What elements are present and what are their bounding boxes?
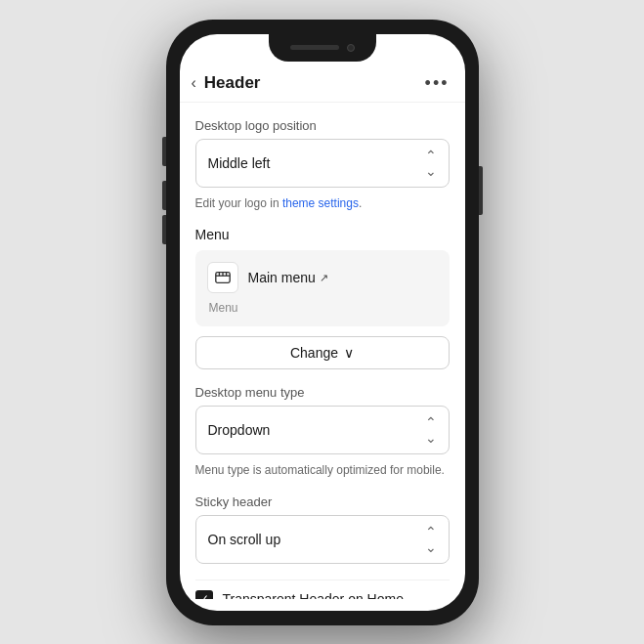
- desktop-menu-type-label: Desktop menu type: [195, 385, 450, 400]
- desktop-menu-type-section: Desktop menu type Dropdown ⌃⌄ Menu type …: [195, 385, 450, 479]
- desktop-menu-type-chevron-icon: ⌃⌄: [425, 414, 437, 446]
- sticky-header-section: Sticky header On scroll up ⌃⌄: [195, 494, 450, 564]
- menu-item-row: Main menu ↗: [207, 262, 438, 293]
- sticky-header-value: On scroll up: [208, 532, 281, 547]
- back-button[interactable]: ‹: [192, 74, 196, 92]
- speaker: [290, 45, 339, 50]
- phone-screen: ‹ Header ••• Desktop logo position Middl…: [180, 34, 465, 611]
- menu-section: Menu: [195, 227, 450, 369]
- desktop-menu-type-select[interactable]: Dropdown ⌃⌄: [195, 406, 450, 454]
- checkmark-icon: ✓: [199, 593, 209, 598]
- menu-label: Menu: [195, 227, 450, 242]
- change-button[interactable]: Change ∨: [195, 336, 450, 369]
- more-options-button[interactable]: •••: [425, 73, 450, 94]
- sticky-header-chevron-icon: ⌃⌄: [425, 524, 437, 555]
- phone-frame: ‹ Header ••• Desktop logo position Middl…: [166, 20, 479, 625]
- desktop-menu-type-value: Dropdown: [208, 422, 271, 438]
- transparent-header-checkbox[interactable]: ✓: [195, 590, 213, 598]
- logo-position-label: Desktop logo position: [195, 118, 450, 133]
- theme-settings-link[interactable]: theme settings: [282, 196, 359, 210]
- desktop-menu-type-helper: Menu type is automatically optimized for…: [195, 462, 450, 479]
- logo-helper-text: Edit your logo in theme settings.: [195, 195, 450, 212]
- notch: [269, 34, 376, 62]
- logo-position-section: Desktop logo position Middle left ⌃⌄ Edi…: [195, 118, 450, 212]
- page-title: Header: [204, 73, 261, 93]
- menu-sublabel: Menu: [207, 301, 438, 315]
- logo-position-chevron-icon: ⌃⌄: [425, 148, 437, 179]
- transparent-header-row: ✓ Transparent Header on Home: [195, 580, 450, 598]
- logo-position-value: Middle left: [208, 155, 271, 171]
- scroll-content: Desktop logo position Middle left ⌃⌄ Edi…: [180, 103, 465, 599]
- camera: [347, 44, 355, 52]
- header-left: ‹ Header: [192, 73, 261, 93]
- menu-icon-box: [207, 262, 238, 293]
- content-area: ‹ Header ••• Desktop logo position Middl…: [180, 34, 465, 611]
- external-link-icon: ↗: [320, 272, 328, 284]
- logo-position-select[interactable]: Middle left ⌃⌄: [195, 139, 450, 188]
- transparent-header-label: Transparent Header on Home: [223, 591, 404, 598]
- menu-card: Main menu ↗ Menu: [195, 250, 450, 326]
- app-header: ‹ Header •••: [180, 65, 465, 103]
- change-chevron-icon: ∨: [344, 345, 354, 361]
- sticky-header-label: Sticky header: [195, 494, 450, 509]
- menu-item-name: Main menu ↗: [248, 270, 328, 285]
- sticky-header-select[interactable]: On scroll up ⌃⌄: [195, 515, 450, 564]
- menu-nav-icon: [214, 269, 232, 286]
